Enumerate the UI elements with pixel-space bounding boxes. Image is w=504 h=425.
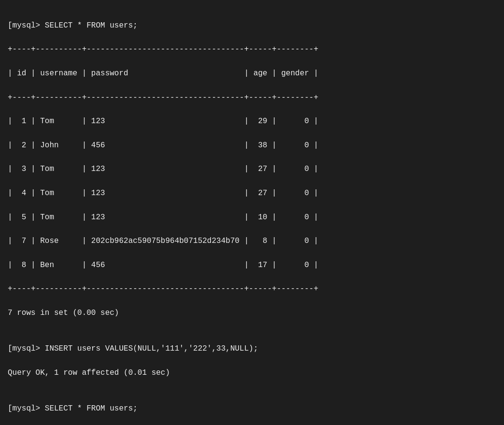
table1-rowcount: 7 rows in set (0.00 sec) bbox=[8, 309, 119, 317]
table1-border-mid: +----+----------+-----------------------… bbox=[8, 93, 318, 102]
table1-border-top: +----+----------+-----------------------… bbox=[8, 45, 318, 54]
table1-row-5: | 5 | Tom | 123 | 10 | 0 | bbox=[8, 213, 318, 222]
table1-row-3: | 3 | Tom | 123 | 27 | 0 | bbox=[8, 165, 318, 173]
table1-row-4: | 4 | Tom | 123 | 27 | 0 | bbox=[8, 189, 318, 198]
query2-prompt: [mysql> SELECT * FROM users; bbox=[8, 404, 138, 413]
query1-prompt: [mysql> SELECT * FROM users; bbox=[8, 21, 138, 30]
insert-result: Query OK, 1 row affected (0.01 sec) bbox=[8, 368, 170, 377]
table1-header: | id | username | password | age | gende… bbox=[8, 69, 318, 78]
insert-query: [mysql> INSERT users VALUES(NULL,'111','… bbox=[8, 344, 258, 353]
table1-row-7: | 8 | Ben | 456 | 17 | 0 | bbox=[8, 261, 318, 269]
table1-row-1: | 1 | Tom | 123 | 29 | 0 | bbox=[8, 117, 318, 126]
terminal-output: [mysql> SELECT * FROM users; +----+-----… bbox=[8, 8, 496, 425]
table1-border-bot: +----+----------+-----------------------… bbox=[8, 284, 318, 293]
table1-row-6: | 7 | Rose | 202cb962ac59075b964b07152d2… bbox=[8, 237, 318, 245]
table1-row-2: | 2 | John | 456 | 38 | 0 | bbox=[8, 141, 318, 150]
